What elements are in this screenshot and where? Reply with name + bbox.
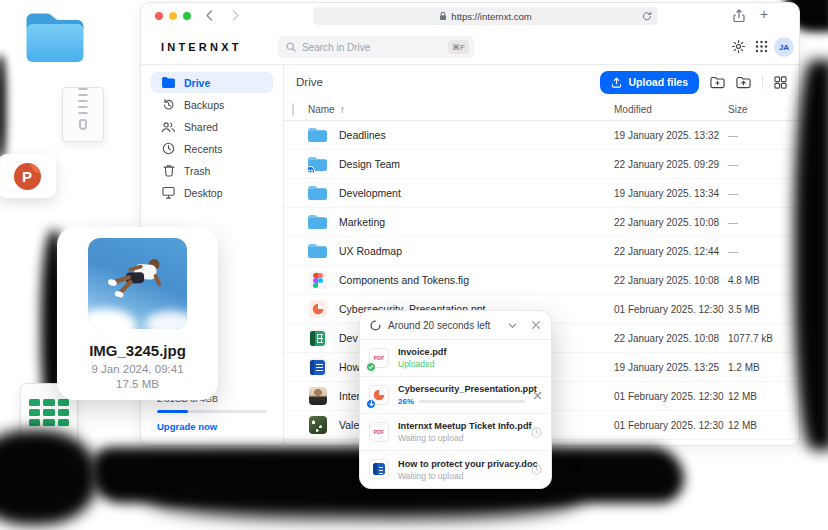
upload-progress-percent: 26%	[398, 397, 414, 406]
cancel-upload-icon[interactable]	[533, 391, 542, 400]
file-name: Marketing	[339, 216, 385, 228]
column-name[interactable]: Name ↑	[308, 104, 614, 115]
forward-icon[interactable]	[229, 9, 242, 22]
powerpoint-app-icon: P	[0, 154, 56, 198]
backups-clock-icon	[161, 98, 176, 111]
sky-jump-photo	[88, 238, 187, 329]
sort-arrow: ↑	[340, 104, 345, 115]
popup-header: Around 20 seconds left	[360, 311, 551, 340]
file-name: Design Team	[339, 158, 400, 170]
file-modified: 01 February 2025. 12:30	[614, 391, 728, 402]
table-row[interactable]: UX Roadmap22 January 2025. 12:44—	[284, 237, 799, 266]
file-modified: 19 January 2025. 13:34	[614, 188, 728, 199]
url-text: https://internxt.com	[451, 11, 531, 22]
column-size[interactable]: Size	[728, 104, 799, 115]
sidebar-item-backups[interactable]: Backups	[151, 94, 273, 115]
sidebar-item-desktop[interactable]: Desktop	[151, 182, 273, 203]
column-modified[interactable]: Modified	[614, 104, 728, 115]
spinner-icon	[370, 320, 381, 331]
upload-popup-list: PDFInvoice.pdfUploadedCybersecurity_Pres…	[360, 340, 551, 488]
sidebar-item-drive[interactable]: Drive	[151, 72, 273, 93]
waiting-clock-icon	[531, 427, 542, 438]
upload-status: Waiting to upload	[398, 433, 523, 443]
upload-item: PDFInvoice.pdfUploaded	[360, 340, 551, 377]
upgrade-link[interactable]: Upgrade now	[157, 421, 267, 432]
upload-files-button[interactable]: Upload files	[600, 71, 699, 94]
close-icon[interactable]	[531, 320, 541, 330]
search-shortcut-badge: ⌘F	[448, 40, 469, 54]
file-size: —	[728, 246, 799, 257]
table-row[interactable]: Deadlines19 January 2025. 13:32—	[284, 121, 799, 150]
close-window-button[interactable]	[155, 12, 163, 20]
search-input[interactable]: Search in Drive ⌘F	[278, 36, 474, 58]
app-header: INTERNXT Search in Drive ⌘F JA	[141, 29, 799, 65]
sidebar-item-label: Desktop	[184, 187, 223, 199]
sidebar-item-recents[interactable]: Recents	[151, 138, 273, 159]
ink-splatter	[0, 55, 6, 160]
table-row[interactable]: Components and Tokens.fig22 January 2025…	[284, 266, 799, 295]
storage-progress-track	[157, 410, 267, 413]
file-size: —	[728, 188, 799, 199]
file-size: —	[728, 217, 799, 228]
upload-button-label: Upload files	[628, 76, 688, 88]
upload-item-name: Cybersecurity_Presentation.ppt	[398, 384, 525, 394]
breadcrumb: Drive	[296, 76, 323, 88]
zipper-teeth	[79, 88, 88, 118]
lock-icon	[439, 11, 447, 21]
back-icon[interactable]	[203, 9, 216, 22]
word-file-icon	[369, 459, 390, 480]
sidebar-item-trash[interactable]: Trash	[151, 160, 273, 181]
file-name: Development	[339, 187, 401, 199]
avatar[interactable]: JA	[774, 37, 794, 57]
browser-chrome: https://internxt.com +	[141, 3, 799, 29]
file-size: —	[728, 159, 799, 170]
apps-grid-icon[interactable]	[755, 40, 768, 53]
address-bar[interactable]: https://internxt.com	[313, 7, 658, 25]
photo-thumbnail-icon	[308, 387, 327, 405]
ink-splatter	[0, 430, 97, 525]
search-icon	[286, 42, 296, 52]
grid-view-icon[interactable]	[774, 76, 787, 89]
preview-size: 17.5 MB	[57, 378, 218, 390]
file-modified: 22 January 2025. 12:44	[614, 246, 728, 257]
new-tab-icon[interactable]: +	[760, 8, 768, 21]
sidebar-item-shared[interactable]: Shared	[151, 116, 273, 137]
upload-item-name: Invoice.pdf	[398, 347, 534, 357]
file-modified: 19 January 2025. 13:25	[614, 362, 728, 373]
upload-item: PDFInternxt Meetup Ticket Info.pdfWaitin…	[360, 414, 551, 451]
reload-icon[interactable]	[642, 11, 652, 21]
chevron-down-icon[interactable]	[507, 320, 518, 331]
traffic-lights	[155, 12, 191, 20]
powerpoint-logo: P	[14, 163, 41, 190]
zoom-window-button[interactable]	[183, 12, 191, 20]
file-size: —	[728, 130, 799, 141]
file-size: 12 MB	[728, 420, 799, 431]
upload-item-name: How to protect your privacy.doc	[398, 459, 523, 469]
table-row[interactable]: Marketing22 January 2025. 10:08—	[284, 208, 799, 237]
new-folder-icon[interactable]	[710, 76, 725, 89]
zipper-pull	[79, 119, 87, 130]
table-row[interactable]: Development19 January 2025. 13:34—	[284, 179, 799, 208]
file-size: 12 MB	[728, 391, 799, 402]
settings-gear-icon[interactable]	[731, 39, 746, 54]
select-all-checkbox[interactable]	[292, 103, 294, 116]
table-row[interactable]: Design Team22 January 2025. 09:29—	[284, 150, 799, 179]
file-size: 4.8 MB	[728, 275, 799, 286]
minimize-window-button[interactable]	[169, 12, 177, 20]
photo-thumbnail-icon	[308, 416, 327, 434]
waiting-clock-icon	[531, 464, 542, 475]
sidebar-item-label: Backups	[184, 99, 224, 111]
cloud	[145, 311, 187, 329]
file-modified: 01 February 2025. 12:30	[614, 304, 728, 315]
internxt-logo: INTERNXT	[161, 41, 242, 53]
table-header: Name ↑ Modified Size	[284, 99, 799, 121]
desktop-monitor-icon	[161, 186, 176, 199]
popup-status-text: Around 20 seconds left	[388, 320, 500, 331]
spreadsheet-grid	[29, 399, 69, 426]
shared-users-icon	[161, 121, 176, 133]
file-size: 3.5 MB	[728, 304, 799, 315]
ppt-file-icon	[369, 385, 390, 406]
upload-folder-icon[interactable]	[736, 76, 751, 89]
upload-progress-track	[419, 400, 525, 403]
share-icon[interactable]	[733, 9, 745, 23]
